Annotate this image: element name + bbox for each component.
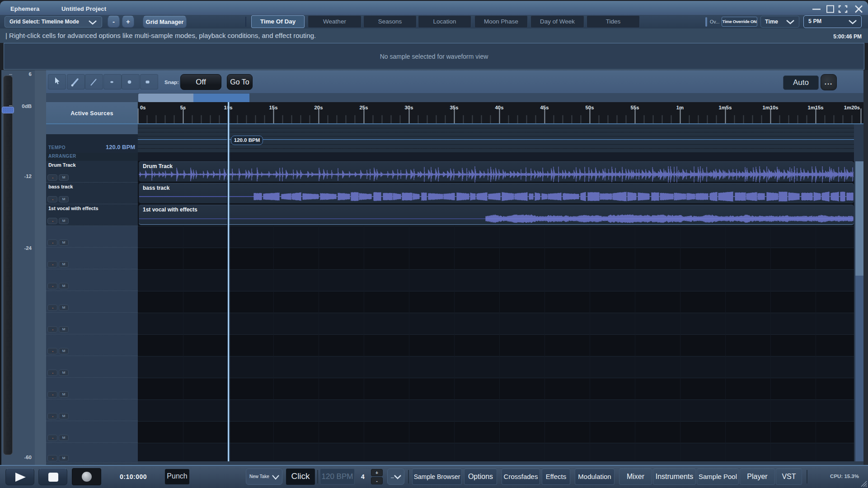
svg-text:55s: 55s: [631, 105, 639, 110]
svg-text:15s: 15s: [269, 105, 278, 110]
svg-text:20s: 20s: [314, 105, 323, 110]
svg-text:1m: 1m: [676, 105, 684, 110]
svg-text:1m10s: 1m10s: [762, 105, 778, 110]
svg-text:1m20s: 1m20s: [844, 105, 860, 110]
svg-text:45s: 45s: [540, 105, 549, 110]
svg-text:25s: 25s: [360, 105, 368, 110]
svg-text:30s: 30s: [405, 105, 413, 110]
svg-text:0s: 0s: [140, 105, 146, 110]
svg-text:1m15s: 1m15s: [807, 105, 823, 110]
svg-text:1m5s: 1m5s: [719, 105, 732, 110]
svg-text:50s: 50s: [586, 105, 594, 110]
svg-text:40s: 40s: [495, 105, 504, 110]
svg-text:35s: 35s: [450, 105, 459, 110]
svg-text:5s: 5s: [180, 105, 186, 110]
